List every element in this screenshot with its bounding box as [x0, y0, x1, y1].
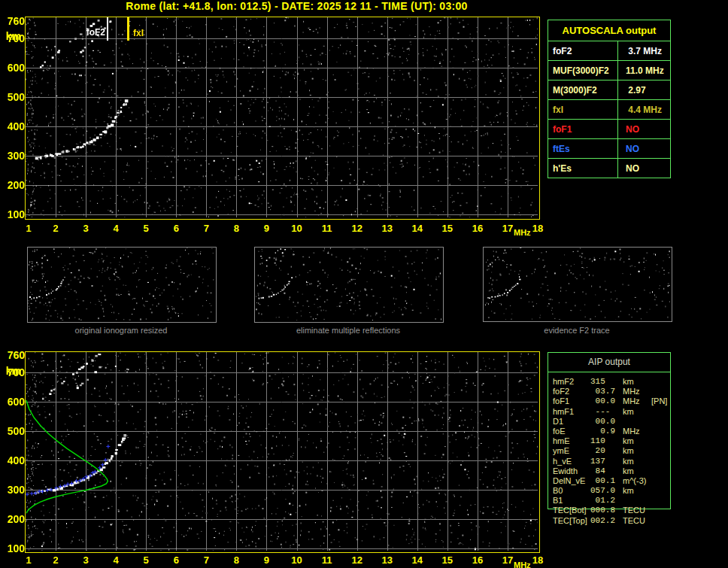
y-tick-label: 100 — [0, 542, 25, 554]
autoscala-row-value: 2.97 — [618, 80, 670, 99]
aip-row: B1 01.2 — [548, 496, 675, 506]
x-tick-label: 5 — [137, 223, 155, 235]
autoscala-row-label: MUF(3000)F2 — [548, 61, 618, 80]
aip-row-value: 00.0 — [590, 396, 615, 406]
x-tick-label: 3 — [77, 554, 95, 566]
x-tick-label: 11 — [318, 223, 336, 235]
y-tick-label: 300 — [0, 484, 25, 496]
aip-row-label: foF2 — [553, 387, 569, 396]
page-title: Rome (lat: +41.8, lon: 012.5) - DATE: 20… — [25, 0, 569, 12]
x-tick-label: 14 — [408, 223, 426, 235]
x-tick-label: 18 — [529, 554, 547, 566]
x-tick-label: 6 — [167, 223, 185, 235]
y-tick-label: 500 — [0, 425, 25, 437]
aip-row-value: 002.2 — [590, 516, 615, 526]
x-tick-label: 15 — [438, 223, 457, 235]
foF2-marker-line — [107, 17, 108, 41]
autoscala-output-table: AUTOSCALA output foF2 3.7 MHzMUF(3000)F2… — [548, 20, 671, 178]
aip-row-value: 000.8 — [590, 506, 615, 515]
aip-row: foF1 00.0MHz[PN] — [548, 396, 675, 406]
x-tick-label: 13 — [378, 554, 396, 566]
aip-row-value: 0.9 — [590, 427, 615, 436]
y-axis-unit-label: km — [0, 365, 21, 377]
x-tick-label: 4 — [107, 223, 125, 235]
x-tick-label: 12 — [348, 223, 366, 235]
aip-row-value: 03.7 — [590, 387, 615, 396]
ionogram-canvas-bottom — [26, 352, 538, 551]
x-tick-label: 6 — [167, 554, 185, 566]
aip-row-unit: m^(-3) — [623, 476, 646, 486]
autoscala-row: foF1NO — [548, 120, 670, 139]
aip-row-unit: km — [623, 377, 634, 387]
autoscala-table-rows: foF2 3.7 MHzMUF(3000)F211.0 MHzM(3000)F2… — [548, 41, 670, 178]
aip-row-value: 84 — [590, 466, 605, 476]
x-tick-label: 4 — [107, 554, 125, 566]
x-tick-label: 7 — [197, 223, 215, 235]
aip-row-value: --- — [590, 407, 610, 417]
aip-row-value: 315 — [590, 377, 605, 387]
x-tick-label: 2 — [47, 223, 65, 235]
aip-row-unit: km — [623, 436, 634, 446]
x-tick-label: 10 — [288, 554, 306, 566]
aip-row-value: 20 — [590, 446, 605, 456]
autoscala-row-label: M(3000)F2 — [548, 80, 618, 99]
aip-table-rows: hmF2315kmfoF2 03.7MHzfoF1 00.0MHz[PN]hmF… — [548, 377, 675, 526]
autoscala-row-value: 3.7 MHz — [618, 41, 670, 60]
thumbnail-caption-original: original ionogram resized — [27, 326, 215, 335]
autoscala-row-label: h'Es — [548, 159, 618, 178]
aip-row-label: ymE — [553, 446, 569, 456]
autoscala-row-value: 4.4 MHz — [618, 100, 670, 119]
y-tick-label: 300 — [0, 150, 25, 162]
x-tick-label: 13 — [378, 223, 396, 235]
autoscala-row-label: ftEs — [548, 139, 618, 158]
aip-row-label: Ewidth — [553, 466, 578, 476]
x-tick-label: 2 — [47, 554, 65, 566]
aip-row-value: 057.0 — [590, 486, 615, 496]
x-tick-label: 5 — [137, 554, 155, 566]
thumbnail-caption-evidence: evidence F2 trace — [483, 326, 671, 335]
aip-row-unit: MHz — [623, 427, 640, 436]
y-tick-label: 760 — [0, 15, 25, 27]
aip-row-label: TEC[Bot] — [553, 506, 587, 515]
aip-row: hmF2315km — [548, 377, 675, 387]
autoscala-row: MUF(3000)F211.0 MHz — [548, 61, 670, 80]
aip-row: hmE110km — [548, 436, 675, 446]
x-tick-label: 1 — [20, 554, 38, 566]
aip-row: foE 0.9MHz — [548, 427, 675, 436]
thumbnail-caption-eliminate: eliminate multiple reflections — [254, 326, 442, 335]
aip-row-unit: km — [623, 407, 634, 417]
aip-row: DelN_vE 00.1m^(-3) — [548, 476, 675, 486]
thumbnail-canvas-evidence — [484, 248, 670, 320]
autoscala-table-header: AUTOSCALA output — [548, 20, 670, 41]
aip-row-unit: km — [623, 486, 634, 496]
aip-row: B0057.0km — [548, 486, 675, 496]
fxI-marker-line — [127, 17, 129, 41]
autoscala-row: ftEsNO — [548, 139, 670, 159]
autoscala-row-value: 11.0 MHz — [618, 61, 670, 80]
x-axis-unit-label: MHz — [514, 226, 531, 238]
x-tick-label: 7 — [197, 554, 215, 566]
y-tick-label: 200 — [0, 513, 25, 525]
foF2-marker-label: foF2 — [63, 28, 105, 38]
aip-row-unit: MHz — [623, 387, 640, 396]
fxI-marker-label: fxI — [133, 29, 144, 38]
aip-row-label: B1 — [553, 496, 563, 506]
aip-row-label: hmF1 — [553, 407, 574, 417]
aip-row-label: h_vE — [553, 457, 572, 466]
aip-row-unit: TECU — [623, 516, 645, 526]
aip-row-value: 00.1 — [590, 476, 615, 486]
thumbnail-canvas-eliminate — [255, 248, 441, 320]
aip-row: TEC[Bot]000.8TECU — [548, 506, 675, 515]
autoscala-row-value: NO — [618, 120, 670, 138]
x-tick-label: 1 — [20, 223, 38, 235]
aip-row-label: D1 — [553, 417, 563, 427]
x-tick-label: 14 — [408, 554, 426, 566]
aip-table-header: AIP output — [548, 353, 670, 372]
y-tick-label: 200 — [0, 179, 25, 191]
aip-row: h_vE137km — [548, 457, 675, 466]
y-tick-label: 400 — [0, 454, 25, 466]
x-tick-label: 11 — [318, 554, 336, 566]
aip-row-value: 110 — [590, 436, 605, 446]
autoscala-row-label: foF1 — [548, 120, 618, 138]
aip-row-label: hmF2 — [553, 377, 574, 387]
